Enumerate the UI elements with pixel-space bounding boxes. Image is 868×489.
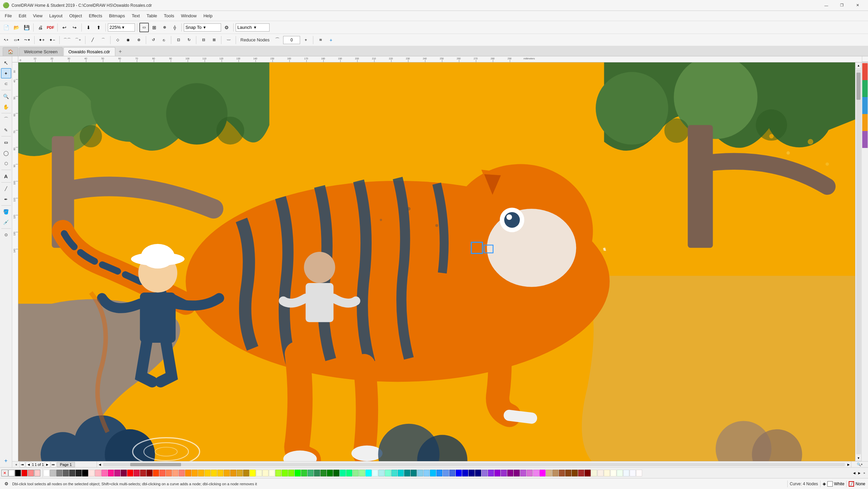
open-button[interactable]: 📂 (12, 23, 21, 32)
palette-color[interactable] (95, 470, 101, 476)
palette-color[interactable] (552, 470, 558, 476)
polygon-tool[interactable]: ⬡ (1, 158, 11, 169)
outline-indicator[interactable]: ╱ None (849, 481, 865, 487)
palette-color[interactable] (366, 470, 372, 476)
palette-color[interactable] (469, 470, 475, 476)
palette-color[interactable] (378, 470, 384, 476)
palette-color[interactable] (166, 470, 172, 476)
menu-item-table[interactable]: Table (143, 12, 160, 20)
pick-nodes-freehand-button[interactable]: 〜✦ (22, 35, 32, 45)
palette-color[interactable] (327, 470, 333, 476)
text-tool[interactable]: A (1, 171, 11, 181)
menu-item-object[interactable]: Object (66, 12, 85, 20)
fill-swatch-black[interactable] (15, 470, 21, 476)
close-button[interactable]: ✕ (850, 0, 865, 11)
page-border-button[interactable]: ▭ (139, 23, 149, 32)
palette-color[interactable] (288, 470, 294, 476)
palette-color[interactable] (243, 470, 249, 476)
palette-color[interactable] (256, 470, 262, 476)
palette-color[interactable] (430, 470, 436, 476)
add-tab-button[interactable]: + (116, 47, 125, 56)
restore-button[interactable]: ❐ (834, 0, 850, 11)
palette-color[interactable] (533, 470, 539, 476)
palette-color[interactable] (198, 470, 204, 476)
rotate-skew-button[interactable]: ↻ (184, 35, 194, 45)
palette-color[interactable] (617, 470, 623, 476)
palette-color[interactable] (237, 470, 243, 476)
palette-color[interactable] (114, 470, 120, 476)
add-more-button[interactable]: + (326, 35, 336, 45)
reduce-nodes-increment[interactable]: + (301, 35, 311, 45)
align-nodes-v-button[interactable]: ⊞ (209, 35, 219, 45)
outline-tool[interactable]: ⊙ (1, 230, 11, 240)
launch-combo[interactable]: Launch ▾ (236, 23, 270, 32)
palette-color[interactable] (546, 470, 552, 476)
v-scrollbar[interactable]: ▲ ▼ (855, 62, 861, 461)
palette-color[interactable] (108, 470, 114, 476)
palette-color[interactable] (604, 470, 610, 476)
palette-color[interactable] (585, 470, 591, 476)
snap-to-combo[interactable]: Snap To ▾ (184, 23, 221, 32)
scroll-down-button[interactable]: ▼ (855, 455, 862, 461)
palette-color[interactable] (404, 470, 410, 476)
home-tab[interactable]: 🏠 (3, 47, 18, 56)
palette-color[interactable] (269, 470, 275, 476)
stretch-scale-button[interactable]: ⊡ (174, 35, 183, 45)
palette-color[interactable] (159, 470, 165, 476)
palette-color[interactable] (385, 470, 391, 476)
palette-color[interactable] (275, 470, 281, 476)
palette-color[interactable] (217, 470, 223, 476)
palette-color[interactable] (597, 470, 604, 476)
redo-button[interactable]: ↪ (70, 23, 79, 32)
menu-item-tools[interactable]: Tools (160, 12, 177, 20)
add-node-button[interactable]: ✦+ (37, 35, 46, 45)
join-nodes-button[interactable]: ⌒⌒ (62, 35, 72, 45)
save-button[interactable]: 💾 (22, 23, 31, 32)
palette-color[interactable] (295, 470, 301, 476)
palette-color[interactable] (121, 470, 127, 476)
palette-color[interactable] (436, 470, 442, 476)
elastic-mode-button[interactable]: 〰 (224, 35, 233, 45)
fill-indicator[interactable]: ◈ White (823, 481, 845, 487)
palette-color[interactable] (153, 470, 159, 476)
palette-color[interactable] (494, 470, 500, 476)
palette-scroll-right[interactable]: ▶ (857, 470, 862, 476)
palette-color[interactable] (101, 470, 107, 476)
break-nodes-button[interactable]: ⌒÷ (73, 35, 83, 45)
palette-color[interactable] (250, 470, 256, 476)
palette-color[interactable] (340, 470, 346, 476)
palette-color[interactable] (69, 470, 75, 476)
freehand-tool[interactable]: ✎ (1, 125, 11, 135)
extract-subpath-button[interactable]: ⎋ (159, 35, 169, 45)
new-button[interactable]: 📄 (1, 23, 11, 32)
eyedropper-tool[interactable]: 💉 (1, 217, 11, 227)
palette-color[interactable] (346, 470, 352, 476)
palette-color[interactable] (539, 470, 546, 476)
symmetrical-node-button[interactable]: ⊛ (134, 35, 143, 45)
prev-page-button[interactable]: ◀ (26, 462, 31, 467)
palette-color[interactable] (43, 470, 50, 476)
menu-item-view[interactable]: View (29, 12, 46, 20)
cusp-node-button[interactable]: ◇ (113, 35, 122, 45)
palette-color[interactable] (76, 470, 82, 476)
ellipse-tool[interactable]: ◯ (1, 148, 11, 158)
palette-color[interactable] (308, 470, 314, 476)
menu-item-window[interactable]: Window (178, 12, 200, 20)
palette-color[interactable] (411, 470, 417, 476)
palette-color[interactable] (146, 470, 153, 476)
palette-color[interactable] (507, 470, 513, 476)
palette-color[interactable] (514, 470, 520, 476)
freehand-select-tool[interactable]: ⊂ (1, 79, 11, 89)
palette-color[interactable] (192, 470, 198, 476)
pan-tool[interactable]: ✋ (1, 102, 11, 112)
palette-color[interactable] (636, 470, 642, 476)
snap-options-button[interactable]: ⟠ (170, 23, 179, 32)
minimize-button[interactable]: — (818, 0, 834, 11)
scroll-thumb[interactable] (856, 73, 861, 100)
h-scrollbar[interactable]: ◀ ▶ (97, 462, 851, 467)
line-segment-button[interactable]: ╱ (88, 35, 97, 45)
fill-swatch-salmon[interactable] (28, 470, 34, 476)
select-tool[interactable]: ↖ (1, 58, 11, 68)
palette-color[interactable] (501, 470, 507, 476)
side-color-orange[interactable] (862, 114, 868, 131)
